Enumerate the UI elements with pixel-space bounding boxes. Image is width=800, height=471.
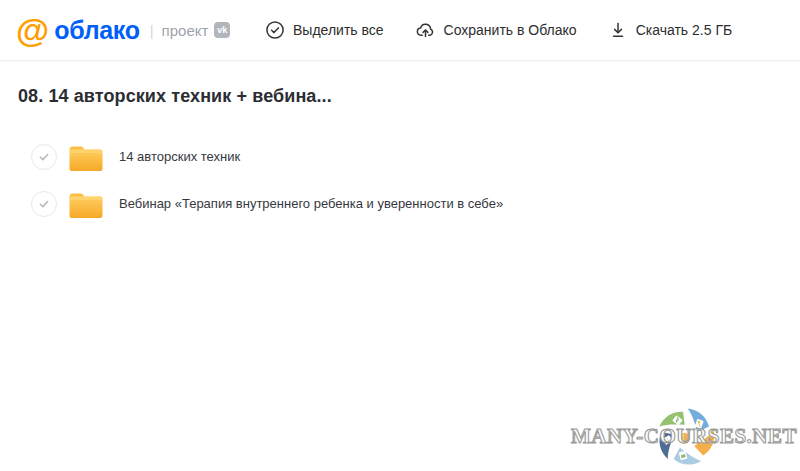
- brand-name: облако: [54, 18, 140, 43]
- download-icon: [608, 20, 628, 40]
- cloud-upload-icon: [415, 20, 436, 40]
- logo-divider: |: [150, 22, 154, 39]
- file-name: 14 авторских техник: [119, 149, 240, 164]
- download-button[interactable]: Скачать 2.5 ГБ: [606, 14, 735, 46]
- file-name: Вебинар «Терапия внутреннего ребенка и у…: [119, 196, 503, 211]
- header-actions: Выделить все Сохранить в Облако Скач: [263, 0, 734, 60]
- row-checkbox[interactable]: [31, 191, 57, 217]
- row-checkbox[interactable]: [31, 144, 57, 170]
- folder-icon: [68, 189, 104, 219]
- vk-logo-icon: vk: [214, 22, 230, 38]
- cloud-logo[interactable]: @ облако | проект vk: [16, 13, 230, 47]
- save-to-cloud-label: Сохранить в Облако: [444, 22, 577, 38]
- folder-icon: [68, 142, 104, 172]
- file-row-folder-2[interactable]: Вебинар «Терапия внутреннего ребенка и у…: [31, 180, 731, 227]
- watermark-text: MANY-COURSES.NET: [570, 424, 798, 449]
- project-label: проект: [162, 22, 209, 39]
- header: @ облако | проект vk Выделить все: [0, 0, 800, 61]
- file-list: 14 авторских техник Вебинар «Терапия вну…: [31, 133, 731, 227]
- file-row-folder-1[interactable]: 14 авторских техник: [31, 133, 731, 180]
- save-to-cloud-button[interactable]: Сохранить в Облако: [413, 14, 579, 46]
- select-all-label: Выделить все: [293, 22, 384, 38]
- watermark: MANY-COURSES.NET: [570, 403, 798, 471]
- circle-check-icon: [265, 20, 285, 40]
- select-all-button[interactable]: Выделить все: [263, 14, 386, 46]
- download-label: Скачать 2.5 ГБ: [636, 22, 733, 38]
- globe-logo-icon: [655, 406, 717, 468]
- page-title: 08. 14 авторских техник + вебина...: [18, 86, 332, 107]
- mailru-at-icon: @: [16, 13, 49, 47]
